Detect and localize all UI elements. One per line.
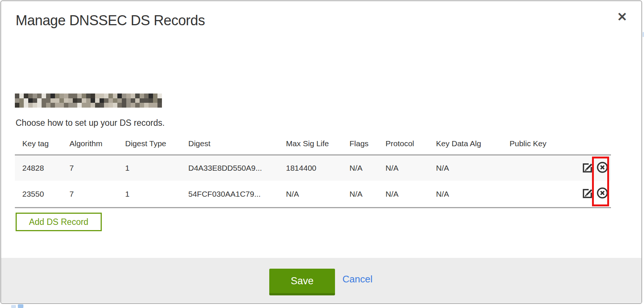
background-page-fragment: [11, 305, 16, 308]
column-header-public-key: Public Key: [510, 139, 574, 148]
cell-digest-type: 1: [125, 164, 188, 173]
column-header-key-data-alg: Key Data Alg: [436, 139, 510, 148]
cell-algorithm: 7: [69, 164, 125, 173]
cell-key-data-alg: N/A: [436, 190, 510, 199]
delete-record-button[interactable]: [596, 188, 609, 200]
background-page-fragment: [643, 32, 644, 37]
save-button[interactable]: Save: [269, 269, 335, 295]
circle-x-icon: [596, 187, 609, 201]
page-title: Manage DNSSEC DS Records: [16, 13, 205, 29]
circle-x-icon: [596, 161, 609, 176]
column-header-digest-type: Digest Type: [125, 139, 188, 148]
intro-text: Choose how to set up your DS records.: [16, 118, 165, 128]
cell-key-data-alg: N/A: [436, 164, 510, 173]
cell-algorithm: 7: [69, 190, 125, 199]
cell-max-sig-life: N/A: [286, 190, 349, 199]
save-label: Save: [291, 275, 314, 287]
cell-digest: 54FCF030AA1C79...: [188, 190, 286, 199]
ds-table-header: Key tag Algorithm Digest Type Digest Max…: [15, 138, 611, 149]
column-header-protocol: Protocol: [386, 139, 436, 148]
cell-key-tag: 24828: [22, 164, 69, 173]
edit-record-button[interactable]: [581, 162, 594, 174]
cell-protocol: N/A: [386, 190, 436, 199]
cell-digest-type: 1: [125, 190, 188, 199]
redacted-domain-name: [15, 94, 162, 108]
close-button[interactable]: ✕: [614, 8, 631, 25]
cell-flags: N/A: [349, 190, 386, 199]
column-header-max-sig-life: Max Sig Life: [286, 139, 349, 148]
cell-key-tag: 23550: [22, 190, 69, 199]
table-row: 24828 7 1 D4A33E8DD550A9... 1814400 N/A …: [15, 155, 611, 181]
ds-table: 24828 7 1 D4A33E8DD550A9... 1814400 N/A …: [15, 154, 611, 208]
edit-pencil-icon: [582, 187, 593, 201]
column-header-algorithm: Algorithm: [69, 139, 125, 148]
close-icon: ✕: [617, 11, 627, 23]
column-header-digest: Digest: [188, 139, 286, 148]
column-header-key-tag: Key tag: [22, 139, 69, 148]
cell-max-sig-life: 1814400: [286, 164, 349, 173]
edit-pencil-icon: [582, 161, 593, 175]
cell-flags: N/A: [349, 164, 386, 173]
table-row: 23550 7 1 54FCF030AA1C79... N/A N/A N/A …: [15, 181, 611, 207]
add-ds-record-label: Add DS Record: [29, 217, 88, 227]
cell-digest: D4A33E8DD550A9...: [188, 164, 286, 173]
delete-record-button[interactable]: [596, 162, 609, 174]
cancel-link[interactable]: Cancel: [342, 273, 373, 285]
add-ds-record-button[interactable]: Add DS Record: [16, 213, 102, 231]
edit-record-button[interactable]: [581, 188, 594, 200]
cell-protocol: N/A: [386, 164, 436, 173]
column-header-flags: Flags: [349, 139, 386, 148]
background-page-fragment: [18, 304, 23, 308]
